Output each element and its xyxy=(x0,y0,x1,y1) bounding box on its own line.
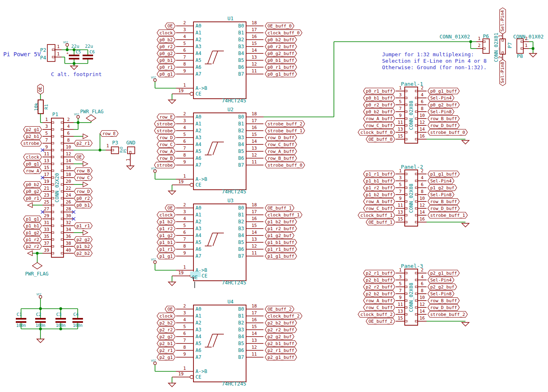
net-label-row_B_buff[interactable]: row_B_buff xyxy=(428,116,459,122)
ref-U2[interactable]: U2 xyxy=(227,106,234,112)
net-label-OE_buff_2[interactable]: OE_buff_2 xyxy=(366,318,395,324)
net-label-p1_g1_buff[interactable]: p1_g1_buff xyxy=(265,253,297,259)
net-label-clock_buff_2[interactable]: clock_buff_2 xyxy=(358,311,395,318)
net-label-p1_b1_buff[interactable]: p1_b1_buff xyxy=(265,239,297,246)
net-label-Sel-Pin8[interactable]: Sel-Pin8 xyxy=(500,59,506,86)
net-label-p0_g1_buff[interactable]: p0_g1_buff xyxy=(428,88,459,94)
net-label-Sel-Pin4[interactable]: Sel-Pin4 xyxy=(428,277,454,283)
part-name[interactable]: CONN_02X08 xyxy=(408,283,414,312)
net-label-row_C[interactable]: row_C xyxy=(74,175,92,181)
net-label-p0_r1[interactable]: p0_r1 xyxy=(23,195,42,201)
net-label-p0_r1_buff[interactable]: p0_r1_buff xyxy=(265,64,297,70)
net-label-p0_r2[interactable]: p0_r2 xyxy=(74,195,92,201)
net-label-p2_b2_buff[interactable]: p2_b2_buff xyxy=(265,320,297,326)
net-label-p0_g1[interactable]: p0_g1 xyxy=(157,71,175,77)
net-label-p1_g1_buff[interactable]: p1_g1_buff xyxy=(428,171,459,177)
net-label-p1_g2[interactable]: p1_g2 xyxy=(23,230,42,236)
net-label-p1_r1[interactable]: p1_r1 xyxy=(157,246,175,252)
net-label-p2_b1_buff[interactable]: p2_b1_buff xyxy=(265,341,297,347)
net-label-row_A[interactable]: row_A xyxy=(157,148,175,155)
net-label-p2_r2_buff[interactable]: p2_r2_buff xyxy=(363,284,395,290)
net-label-p0_r2_buff[interactable]: p0_r2_buff xyxy=(265,44,297,50)
net-label-p2_g1_buff[interactable]: p2_g1_buff xyxy=(265,354,297,360)
net-label-p2_b1_buff[interactable]: p2_b1_buff xyxy=(363,277,395,283)
net-label-p0_g1_buff[interactable]: p0_g1_buff xyxy=(265,71,297,77)
net-label-p0_r2[interactable]: p0_r2 xyxy=(157,44,175,50)
net-label-p0_r1_buff[interactable]: p0_r1_buff xyxy=(363,88,395,94)
net-label-p2_r1_buff[interactable]: p2_r1_buff xyxy=(363,270,395,276)
net-label-row_D[interactable]: row_D xyxy=(157,135,175,141)
net-label-p2_b2[interactable]: p2_b2 xyxy=(157,320,175,326)
ref-p7[interactable]: P7 xyxy=(507,42,513,48)
net-label-p1_g1[interactable]: p1_g1 xyxy=(157,253,175,259)
net-label-p0_b1_buff[interactable]: p0_b1_buff xyxy=(265,57,297,64)
net-label-Sel-Pin4[interactable]: Sel-Pin4 xyxy=(500,8,506,34)
net-label-row_E[interactable]: row_E xyxy=(157,114,175,120)
cap-value[interactable]: 100n xyxy=(73,323,83,328)
net-label-p1_r2_buff[interactable]: p1_r2_buff xyxy=(265,226,297,232)
net-label-strobe[interactable]: strobe xyxy=(154,162,175,168)
net-label-row_D_buff[interactable]: row_D_buff xyxy=(428,305,459,311)
pwr-flag-label[interactable]: PWR_FLAG xyxy=(80,109,104,114)
net-label-p1_r1_buff[interactable]: p1_r1_buff xyxy=(265,246,297,252)
cap-value[interactable]: 22u xyxy=(85,44,93,49)
net-label-p2_b2_buff[interactable]: p2_b2_buff xyxy=(363,291,395,297)
resistor-value[interactable]: 10k xyxy=(34,103,39,111)
ref-U1[interactable]: U1 xyxy=(227,15,234,21)
net-label-row_A_buff[interactable]: row_A_buff xyxy=(363,298,395,304)
net-label-row_C_buff[interactable]: row_C_buff xyxy=(363,305,395,311)
net-label-strobe_buff_1[interactable]: strobe_buff_1 xyxy=(428,212,467,218)
net-label-clock[interactable]: clock xyxy=(23,154,42,160)
ref-C3[interactable]: C3 xyxy=(56,312,62,317)
net-label-strobe_buff_2[interactable]: strobe_buff_2 xyxy=(428,311,467,318)
ref-p8[interactable]: P8 xyxy=(517,53,523,59)
net-label-p2_r1[interactable]: p2_r1 xyxy=(74,140,92,146)
ref-Panel-1[interactable]: Panel-1 xyxy=(401,81,423,87)
net-label-p2_r2[interactable]: p2_r2 xyxy=(157,327,175,333)
cap-value[interactable]: 100n xyxy=(16,323,26,328)
ref-c6[interactable]: C6 xyxy=(89,49,95,55)
part-name[interactable]: 74HCT245 xyxy=(222,189,246,195)
net-label-p1_g2_buf[interactable]: p1_g2_buf xyxy=(428,185,457,191)
net-label-strobe_buff_1[interactable]: strobe_buff_1 xyxy=(265,128,305,134)
cap-value[interactable]: 22u xyxy=(71,44,79,49)
net-label-OE[interactable]: OE xyxy=(74,154,84,160)
net-label-OE[interactable]: OE xyxy=(165,306,175,312)
net-label-Sel-Pin8[interactable]: Sel-Pin8 xyxy=(428,192,454,198)
net-label-row_A_buff[interactable]: row_A_buff xyxy=(363,199,395,205)
edit-text-oe[interactable]: OE xyxy=(192,275,198,280)
net-label-row_C_buff[interactable]: row_C_buff xyxy=(265,142,297,148)
ref-p3[interactable]: P3 xyxy=(112,140,118,146)
net-label-p2_r1_buff[interactable]: p2_r1_buff xyxy=(265,348,297,354)
net-label-p0_b2[interactable]: p0_b2 xyxy=(157,37,175,43)
part-name[interactable]: 74HCT245 xyxy=(222,381,246,387)
net-label-p0_r2_buff[interactable]: p0_r2_buff xyxy=(363,102,395,108)
net-label-OE[interactable]: OE xyxy=(38,84,44,94)
net-label-p0_g2[interactable]: p0_g2 xyxy=(23,189,42,195)
net-label-Sel-Pin8[interactable]: Sel-Pin8 xyxy=(428,109,454,115)
net-label-strobe_buff_0[interactable]: strobe_buff_0 xyxy=(428,129,467,136)
net-label-p0_b2_buff[interactable]: p0_b2_buff xyxy=(363,109,395,115)
net-label-row_C_buff[interactable]: row_C_buff xyxy=(363,123,395,129)
net-label-OE_buff_0[interactable]: OE_buff_0 xyxy=(265,23,294,29)
ref-r1[interactable]: R1 xyxy=(44,104,49,109)
net-label-row_B_buff[interactable]: row_B_buff xyxy=(428,298,459,304)
ref-p2[interactable]: P2 xyxy=(40,47,46,53)
net-label-p2_g2[interactable]: p2_g2 xyxy=(157,334,175,340)
part-name[interactable]: CONN_02X08 xyxy=(408,101,414,130)
net-label-row_C_buff[interactable]: row_C_buff xyxy=(363,206,395,212)
net-label-p0_b1_buff[interactable]: p0_b1_buff xyxy=(363,95,395,101)
ref-C4[interactable]: C4 xyxy=(73,312,79,317)
net-label-row_B_buff[interactable]: row_B_buff xyxy=(428,199,459,205)
note-c-alt[interactable]: C alt. footprint xyxy=(51,71,102,77)
gnd-conn-name[interactable]: GND xyxy=(126,140,136,146)
net-label-p1_r1_buff[interactable]: p1_r1_buff xyxy=(363,171,395,177)
net-label-p0_g2_buff[interactable]: p0_g2_buff xyxy=(265,51,297,57)
pwr-flag-label[interactable]: PWR_FLAG xyxy=(25,271,49,277)
note-pi-power[interactable]: Pi Power 5V xyxy=(3,51,41,57)
net-label-strobe[interactable]: strobe xyxy=(154,128,175,134)
net-label-strobe_buff_2[interactable]: strobe_buff_2 xyxy=(265,121,305,127)
net-label-strobe[interactable]: strobe xyxy=(21,140,42,146)
net-label-p1_g2[interactable]: p1_g2 xyxy=(157,233,175,239)
net-label-p2_r2[interactable]: p2_r2 xyxy=(23,244,42,250)
